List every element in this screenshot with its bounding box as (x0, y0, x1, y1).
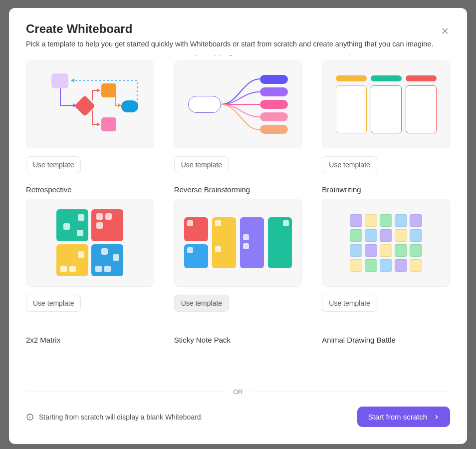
create-whiteboard-modal: Create Whiteboard Pick a template to hel… (9, 8, 467, 444)
modal-title: Create Whiteboard (26, 22, 450, 36)
template-preview[interactable] (26, 199, 154, 287)
svg-rect-2 (101, 117, 116, 131)
use-template-button[interactable]: Use template (322, 295, 377, 312)
column-body (371, 85, 402, 133)
info-label: Starting from scratch will display a bla… (39, 413, 203, 421)
column-body (406, 85, 437, 133)
use-template-button[interactable]: Use template (26, 156, 81, 173)
modal-body: Flow Chart (9, 55, 467, 377)
templates-grid: Flow Chart (26, 55, 450, 312)
template-title: Animal Drawing Battle (322, 331, 450, 344)
divider-label: OR (225, 388, 251, 396)
concept-node (260, 112, 288, 121)
template-brainwriting: Brainwriting Use template (322, 185, 450, 312)
modal-header: Create Whiteboard Pick a template to hel… (9, 8, 467, 55)
info-text: Starting from scratch will display a bla… (26, 413, 203, 421)
concept-node (260, 87, 288, 96)
template-flow-chart: Flow Chart (26, 55, 154, 173)
template-title: Brainwriting (322, 185, 450, 194)
template-preview[interactable] (322, 60, 450, 148)
template-retrospective: Retrospective (26, 185, 154, 312)
flow-chart-icon (37, 69, 142, 139)
template-title: Retrospective (26, 185, 154, 194)
start-from-scratch-button[interactable]: Start from scratch (357, 407, 450, 427)
reverse-brainstorming-icon (184, 217, 292, 268)
column-header (336, 75, 367, 81)
svg-rect-1 (101, 83, 116, 97)
svg-rect-4 (121, 100, 138, 112)
column-header (406, 75, 437, 81)
template-title: Sticky Note Pack (174, 331, 302, 344)
svg-rect-0 (51, 73, 68, 88)
close-icon (440, 26, 450, 36)
template-title: Reverse Brainstorming (174, 185, 302, 194)
template-title: Flow Chart (26, 55, 154, 55)
template-preview[interactable] (174, 60, 302, 148)
templates-row-3: 2x2 Matrix Sticky Note Pack Animal Drawi… (26, 331, 450, 344)
concept-node (260, 125, 288, 134)
template-preview[interactable] (174, 199, 302, 287)
template-title: Stand Up (322, 55, 450, 55)
use-template-button[interactable]: Use template (322, 156, 377, 173)
use-template-button[interactable]: Use template (174, 156, 229, 173)
close-button[interactable] (440, 26, 450, 36)
template-stand-up: Stand Up (322, 55, 450, 173)
scratch-label: Start from scratch (368, 413, 427, 421)
template-preview[interactable] (322, 199, 450, 287)
divider-line (26, 392, 225, 392)
concept-node (260, 75, 288, 84)
use-template-button[interactable]: Use template (26, 295, 81, 312)
template-title: Concept Mapping (174, 55, 302, 55)
divider-line (251, 392, 450, 392)
divider: OR (9, 377, 467, 402)
template-title: 2x2 Matrix (26, 331, 154, 344)
standup-icon (336, 75, 437, 133)
modal-footer: Starting from scratch will display a bla… (9, 402, 467, 444)
column-body (336, 85, 367, 133)
column-header (371, 75, 402, 81)
chevron-right-icon (433, 414, 440, 421)
use-template-button[interactable]: Use template (174, 295, 229, 312)
concept-hub (188, 96, 221, 113)
retrospective-icon (56, 209, 123, 276)
info-icon (26, 413, 34, 421)
modal-subtitle: Pick a template to help you get started … (26, 40, 450, 48)
template-reverse-brainstorming: Reverse Brainstorming (174, 185, 302, 312)
brainwriting-icon (350, 214, 422, 272)
template-preview[interactable] (26, 60, 154, 148)
concept-node (260, 100, 288, 109)
template-concept-mapping: Concept Mapping (174, 55, 302, 173)
